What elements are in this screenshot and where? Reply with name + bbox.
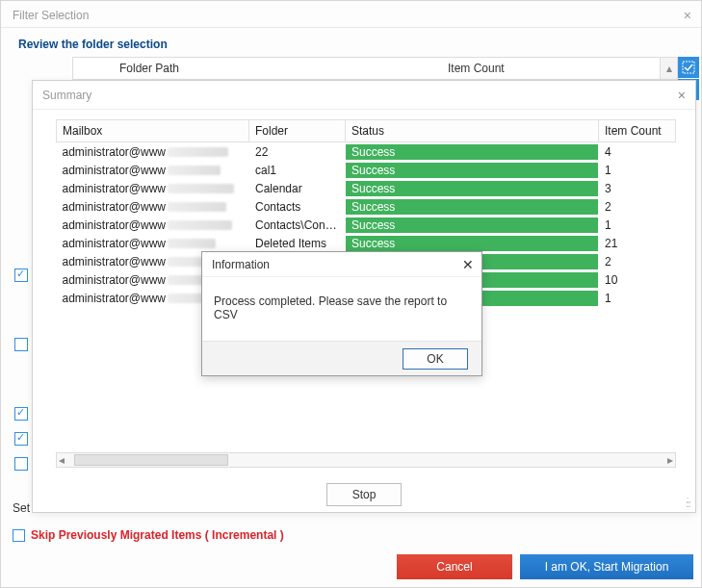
cell-status: Success [346, 142, 599, 162]
scroll-left-icon[interactable]: ◂ [59, 453, 65, 467]
resize-grip-icon[interactable]: .: ..: .: [686, 499, 689, 506]
info-title: Information [212, 258, 270, 271]
close-icon[interactable]: × [678, 88, 686, 103]
cell-count: 2 [599, 252, 676, 270]
cell-status: Success [346, 216, 599, 234]
col-status[interactable]: Status [346, 120, 599, 142]
cell-mailbox: administrator@www [57, 234, 249, 252]
close-icon[interactable]: × [684, 8, 691, 23]
scroll-up-icon[interactable]: ▴ [660, 58, 677, 79]
status-badge: Success [346, 217, 598, 233]
cell-status: Success [346, 179, 599, 197]
cell-folder: Deleted Items [249, 234, 346, 252]
set-label: Set [13, 501, 30, 515]
summary-title: Summary [42, 89, 91, 102]
cell-status: Success [346, 161, 599, 179]
checkbox[interactable] [14, 432, 28, 446]
cell-folder: Calendar [249, 179, 346, 197]
cell-status: Success [346, 197, 599, 216]
cell-folder: Contacts\Conta… [249, 216, 346, 234]
cell-count: 21 [599, 234, 676, 252]
horizontal-scrollbar[interactable]: ◂ ▸ [56, 452, 676, 468]
cell-count: 1 [599, 161, 676, 179]
checkbox[interactable] [14, 457, 28, 471]
cell-folder: 22 [249, 142, 346, 162]
close-icon[interactable]: ✕ [462, 257, 474, 272]
information-dialog: Information ✕ Process completed. Please … [201, 251, 482, 376]
skip-label: Skip Previously Migrated Items ( Increme… [31, 528, 284, 542]
checkbox[interactable] [14, 268, 28, 282]
cell-mailbox: administrator@www [57, 179, 249, 197]
select-all-button[interactable] [678, 57, 699, 78]
col-item-count[interactable]: Item Count [599, 120, 676, 142]
cell-folder: Contacts [249, 197, 346, 216]
table-row[interactable]: administrator@www22Success4 [57, 142, 676, 162]
cell-mailbox: administrator@www [57, 197, 249, 216]
cell-count: 4 [599, 142, 676, 162]
col-folder-path: Folder Path [73, 62, 448, 75]
status-badge: Success [346, 163, 598, 178]
ok-button[interactable]: OK [403, 348, 468, 370]
checkbox[interactable] [14, 338, 28, 351]
svg-rect-0 [683, 62, 694, 73]
cell-mailbox: administrator@www [57, 161, 249, 179]
folder-checkbox-column [14, 268, 28, 517]
col-item-count: Item Count [448, 62, 660, 75]
table-row[interactable]: administrator@wwwContacts\Conta…Success1 [57, 216, 676, 234]
start-migration-button[interactable]: I am OK, Start Migration [520, 554, 693, 579]
cell-count: 1 [599, 289, 676, 307]
cell-count: 2 [599, 197, 676, 216]
table-row[interactable]: administrator@wwwContactsSuccess2 [57, 197, 676, 216]
cancel-button[interactable]: Cancel [397, 554, 512, 579]
review-folder-label: Review the folder selection [1, 28, 701, 57]
dialog-title: Filter Selection [13, 9, 89, 22]
scrollbar-thumb[interactable] [74, 454, 228, 466]
cell-count: 1 [599, 216, 676, 234]
cell-status: Success [346, 234, 599, 252]
col-folder[interactable]: Folder [249, 120, 346, 142]
stop-button[interactable]: Stop [326, 483, 402, 506]
cell-mailbox: administrator@www [57, 216, 249, 234]
table-row[interactable]: administrator@wwwCalendarSuccess3 [57, 179, 676, 197]
status-badge: Success [346, 236, 598, 251]
skip-checkbox[interactable] [13, 529, 25, 542]
cell-folder: cal1 [249, 161, 346, 179]
cell-mailbox: administrator@www [57, 142, 249, 162]
status-badge: Success [346, 144, 598, 160]
status-badge: Success [346, 181, 598, 196]
status-badge: Success [346, 199, 598, 215]
table-row[interactable]: administrator@wwwDeleted ItemsSuccess21 [57, 234, 676, 252]
cell-count: 3 [599, 179, 676, 197]
table-row[interactable]: administrator@wwwcal1Success1 [57, 161, 676, 179]
checkbox[interactable] [14, 407, 28, 421]
folder-table-header: Folder Path Item Count ▴ [72, 57, 678, 80]
scroll-right-icon[interactable]: ▸ [667, 453, 673, 467]
info-message: Process completed. Please save the repor… [202, 277, 481, 341]
col-mailbox[interactable]: Mailbox [57, 120, 249, 142]
cell-count: 10 [599, 270, 676, 289]
